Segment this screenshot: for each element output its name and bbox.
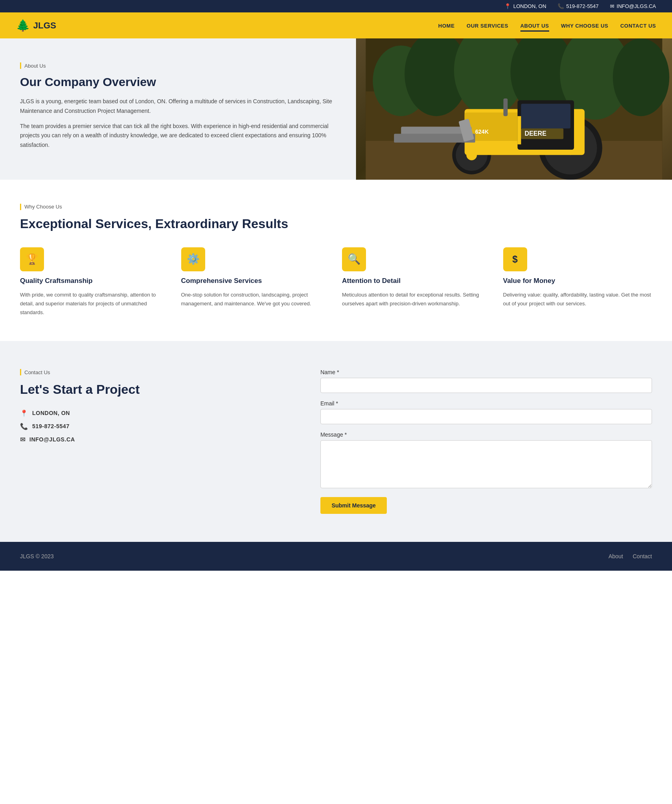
about-label: About Us — [20, 62, 336, 69]
logo-icon: 🌲 — [16, 19, 30, 32]
trophy-icon: 🏆 — [26, 253, 38, 265]
about-label-text: About Us — [24, 63, 46, 69]
comprehensive-description: One-stop solution for construction, land… — [181, 291, 330, 308]
location-icon: 📍 — [504, 3, 511, 9]
nav-item-contact[interactable]: CONTACT US — [620, 22, 656, 29]
nav-link-services[interactable]: OUR SERVICES — [467, 23, 508, 30]
name-required: * — [337, 369, 339, 375]
dollar-icon: $ — [512, 254, 518, 265]
contact-label-text: Contact Us — [24, 369, 50, 375]
svg-rect-20 — [504, 98, 508, 116]
message-label-text: Message — [320, 431, 343, 438]
message-label: Message * — [320, 431, 652, 438]
name-input[interactable] — [320, 378, 652, 393]
nav-link-home[interactable]: HOME — [438, 23, 455, 30]
about-image: DEERE 624K — [356, 38, 672, 180]
email-form-group: Email * — [320, 400, 652, 424]
tractor-illustration: DEERE 624K — [356, 38, 672, 180]
nav-links: HOME OUR SERVICES ABOUT US WHY CHOOSE US… — [438, 22, 656, 29]
value-description: Delivering value: quality, affordability… — [503, 291, 652, 308]
email-input[interactable] — [320, 409, 652, 424]
about-section: About Us Our Company Overview JLGS is a … — [0, 38, 672, 180]
quality-title: Quality Craftsmanship — [20, 277, 169, 285]
why-card-quality: 🏆 Quality Craftsmanship With pride, we c… — [20, 247, 169, 317]
why-label-text: Why Choose Us — [24, 204, 62, 210]
footer-links: About Contact — [608, 553, 652, 559]
name-label: Name * — [320, 369, 652, 375]
top-bar-phone: 📞 519-872-5547 — [558, 3, 599, 9]
svg-rect-18 — [521, 104, 571, 128]
footer-copyright: JLGS © 2023 — [20, 553, 54, 559]
nav-link-about[interactable]: ABOUT US — [520, 23, 549, 32]
gear-icon: ⚙️ — [187, 253, 200, 265]
footer-link-about[interactable]: About — [608, 553, 623, 559]
name-label-text: Name — [320, 369, 335, 375]
about-paragraph-2: The team provides a premier service that… — [20, 122, 336, 150]
why-card-comprehensive: ⚙️ Comprehensive Services One-stop solut… — [181, 247, 330, 317]
nav-link-why[interactable]: WHY CHOOSE US — [561, 23, 608, 30]
nav-item-why[interactable]: WHY CHOOSE US — [561, 22, 608, 29]
contact-info: Contact Us Let's Start a Project 📍 LONDO… — [20, 369, 296, 514]
about-text: About Us Our Company Overview JLGS is a … — [0, 38, 356, 180]
why-heading: Exceptional Services, Extraordinary Resu… — [20, 217, 652, 231]
why-label: Why Choose Us — [20, 204, 652, 210]
svg-rect-19 — [518, 116, 521, 144]
contact-label-bar — [20, 369, 21, 375]
about-heading: Our Company Overview — [20, 75, 336, 89]
message-textarea[interactable] — [320, 440, 652, 488]
comprehensive-title: Comprehensive Services — [181, 277, 330, 285]
logo-text: JLGS — [33, 20, 56, 31]
top-bar-email-text: INFO@JLGS.CA — [617, 3, 656, 9]
contact-phone-detail: 📞 519-872-5547 — [20, 423, 296, 430]
why-card-attention: 🔍 Attention to Detail Meticulous attenti… — [342, 247, 491, 317]
nav-link-contact[interactable]: CONTACT US — [620, 23, 656, 30]
contact-phone-text: 519-872-5547 — [32, 423, 70, 429]
contact-email-detail: ✉ INFO@JLGS.CA — [20, 436, 296, 443]
top-bar-email: ✉ INFO@JLGS.CA — [610, 3, 656, 9]
footer-link-contact[interactable]: Contact — [633, 553, 652, 559]
top-bar-phone-text: 519-872-5547 — [566, 3, 599, 9]
value-icon-box: $ — [503, 247, 527, 271]
why-card-value: $ Value for Money Delivering value: qual… — [503, 247, 652, 317]
top-bar-location-text: LONDON, ON — [513, 3, 546, 9]
email-label-text: Email — [320, 400, 334, 407]
why-grid: 🏆 Quality Craftsmanship With pride, we c… — [20, 247, 652, 317]
svg-text:624K: 624K — [475, 128, 489, 135]
email-icon: ✉ — [610, 3, 614, 9]
nav-item-home[interactable]: HOME — [438, 22, 455, 29]
message-required: * — [345, 431, 347, 438]
top-bar: 📍 LONDON, ON 📞 519-872-5547 ✉ INFO@JLGS.… — [0, 0, 672, 12]
attention-title: Attention to Detail — [342, 277, 491, 285]
quality-description: With pride, we commit to quality craftsm… — [20, 291, 169, 317]
contact-location-text: LONDON, ON — [32, 410, 70, 416]
contact-heading: Let's Start a Project — [20, 382, 296, 397]
search-icon: 🔍 — [348, 253, 360, 265]
contact-form: Name * Email * Message * Submit Message — [320, 369, 652, 514]
logo[interactable]: 🌲 JLGS — [16, 19, 56, 32]
email-detail-icon: ✉ — [20, 436, 26, 443]
why-label-bar — [20, 204, 21, 210]
svg-point-7 — [613, 38, 669, 116]
about-label-bar — [20, 62, 21, 69]
email-required: * — [336, 400, 338, 407]
nav-item-services[interactable]: OUR SERVICES — [467, 22, 508, 29]
svg-text:DEERE: DEERE — [524, 130, 546, 137]
quality-icon-box: 🏆 — [20, 247, 44, 271]
comprehensive-icon-box: ⚙️ — [181, 247, 205, 271]
why-section: Why Choose Us Exceptional Services, Extr… — [0, 180, 672, 341]
contact-email-text: INFO@JLGS.CA — [30, 436, 75, 443]
phone-detail-icon: 📞 — [20, 423, 28, 430]
phone-icon: 📞 — [558, 3, 564, 9]
email-label: Email * — [320, 400, 652, 407]
footer: JLGS © 2023 About Contact — [0, 542, 672, 571]
value-title: Value for Money — [503, 277, 652, 285]
contact-label: Contact Us — [20, 369, 296, 375]
about-image-placeholder: DEERE 624K — [356, 38, 672, 180]
contact-location-detail: 📍 LONDON, ON — [20, 409, 296, 417]
submit-button[interactable]: Submit Message — [320, 497, 387, 514]
nav-item-about[interactable]: ABOUT US — [520, 22, 549, 29]
location-detail-icon: 📍 — [20, 409, 28, 417]
top-bar-location: 📍 LONDON, ON — [504, 3, 546, 9]
attention-description: Meticulous attention to detail for excep… — [342, 291, 491, 308]
attention-icon-box: 🔍 — [342, 247, 366, 271]
